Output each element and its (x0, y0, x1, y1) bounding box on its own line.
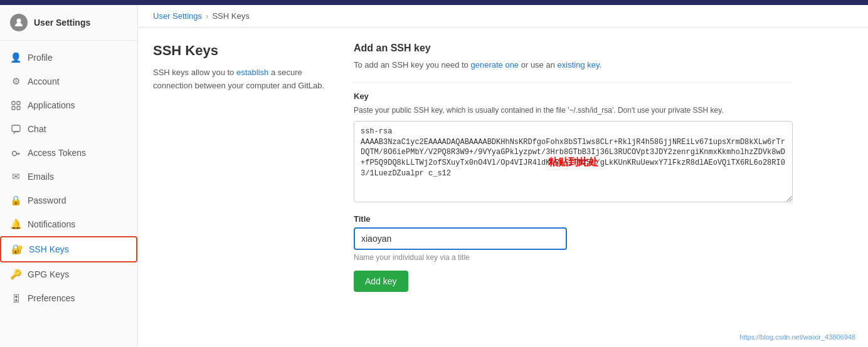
profile-icon: 👤 (10, 52, 21, 63)
notifications-icon: 🔔 (10, 219, 21, 230)
svg-rect-2 (17, 101, 20, 105)
sidebar-item-ssh-keys[interactable]: 🔐 SSH Keys (0, 236, 137, 262)
desc-highlight: establish (236, 68, 268, 77)
add-desc-1: To add an SSH key you need to (354, 60, 470, 70)
sidebar-item-emails[interactable]: ✉ Emails (0, 165, 137, 189)
preferences-icon: 🎛 (10, 293, 21, 304)
breadcrumb: User Settings › SSH Keys (138, 5, 868, 28)
sidebar-item-label: Access Tokens (28, 148, 86, 158)
gpg-keys-icon: 🔑 (10, 269, 21, 280)
svg-rect-5 (12, 125, 20, 132)
left-section: SSH Keys SSH keys allow you to establish… (153, 43, 329, 332)
sidebar-item-applications[interactable]: Applications (0, 93, 137, 117)
emails-icon: ✉ (10, 171, 21, 182)
sidebar-item-password[interactable]: 🔒 Password (0, 189, 137, 212)
svg-point-0 (17, 19, 21, 23)
sidebar-item-label: GPG Keys (28, 269, 69, 279)
breadcrumb-current: SSH Keys (212, 11, 249, 21)
ssh-key-textarea[interactable]: ssh-rsa AAAAB3NzaC1yc2EAAAADAQABAAAABDKH… (354, 121, 793, 202)
title-label: Title (354, 214, 793, 224)
page-title: SSH Keys (153, 43, 329, 59)
sidebar-header: User Settings (0, 5, 137, 41)
add-desc-2: or use an (519, 60, 557, 70)
add-key-button[interactable]: Add key (354, 271, 408, 292)
sidebar: User Settings 👤 Profile ⚙ Account (0, 5, 138, 347)
top-bar (0, 0, 868, 5)
sidebar-nav: 👤 Profile ⚙ Account Applications (0, 41, 137, 347)
desc-text-1: SSH keys allow you to (153, 68, 236, 77)
add-ssh-desc: To add an SSH key you need to generate o… (354, 59, 793, 72)
sidebar-item-chat[interactable]: Chat (0, 117, 137, 141)
svg-rect-1 (12, 101, 15, 105)
title-hint: Name your individual key via a title (354, 253, 793, 262)
breadcrumb-separator: › (206, 11, 208, 21)
sidebar-item-label: Notifications (28, 219, 75, 229)
sidebar-item-label: Applications (28, 100, 75, 110)
add-desc-3: . (600, 60, 602, 70)
access-tokens-icon (10, 147, 21, 158)
key-hint-1: Paste your public SSH key, which is usua… (354, 106, 612, 115)
key-hint: Paste your public SSH key, which is usua… (354, 105, 793, 116)
avatar (10, 14, 28, 31)
sidebar-item-label: Preferences (28, 293, 75, 303)
sidebar-item-label: Emails (28, 172, 54, 182)
svg-point-6 (12, 151, 16, 155)
sidebar-item-label: Account (28, 76, 60, 86)
sidebar-item-label: Profile (28, 53, 53, 63)
watermark-text: https://blog.csdn.net/waixir_43806948 (739, 333, 855, 341)
key-hint-2: '. Don't use your private SSH key. (612, 106, 724, 115)
generate-link[interactable]: generate one (470, 60, 519, 70)
applications-icon (10, 100, 21, 111)
breadcrumb-parent-link[interactable]: User Settings (153, 11, 202, 21)
existing-key-link[interactable]: existing key (558, 60, 600, 70)
sidebar-item-account[interactable]: ⚙ Account (0, 70, 137, 93)
page-description: SSH keys allow you to establish a secure… (153, 66, 329, 93)
section-divider (354, 82, 793, 83)
sidebar-title: User Settings (34, 18, 90, 28)
title-input[interactable] (354, 227, 567, 250)
sidebar-item-profile[interactable]: 👤 Profile (0, 46, 137, 70)
ssh-keys-icon: 🔐 (11, 244, 23, 255)
key-label: Key (354, 91, 793, 101)
right-section: Add an SSH key To add an SSH key you nee… (354, 43, 793, 332)
sidebar-item-access-tokens[interactable]: Access Tokens (0, 141, 137, 165)
sidebar-item-preferences[interactable]: 🎛 Preferences (0, 286, 137, 310)
svg-rect-3 (12, 106, 15, 110)
key-textarea-wrapper: ssh-rsa AAAAB3NzaC1yc2EAAAADAQABAAAABDKH… (354, 121, 793, 204)
app-layout: User Settings 👤 Profile ⚙ Account (0, 5, 868, 347)
sidebar-item-label: Password (28, 195, 66, 205)
sidebar-item-label: SSH Keys (29, 244, 69, 254)
add-ssh-title: Add an SSH key (354, 43, 793, 54)
password-icon: 🔒 (10, 195, 21, 206)
content-area: SSH Keys SSH keys allow you to establish… (138, 28, 868, 347)
account-icon: ⚙ (10, 76, 21, 87)
sidebar-item-label: Chat (28, 124, 46, 134)
main-content: User Settings › SSH Keys SSH Keys SSH ke… (138, 5, 868, 347)
sidebar-item-notifications[interactable]: 🔔 Notifications (0, 212, 137, 236)
chat-icon (10, 123, 21, 135)
sidebar-item-gpg-keys[interactable]: 🔑 GPG Keys (0, 262, 137, 286)
svg-rect-4 (17, 106, 20, 110)
